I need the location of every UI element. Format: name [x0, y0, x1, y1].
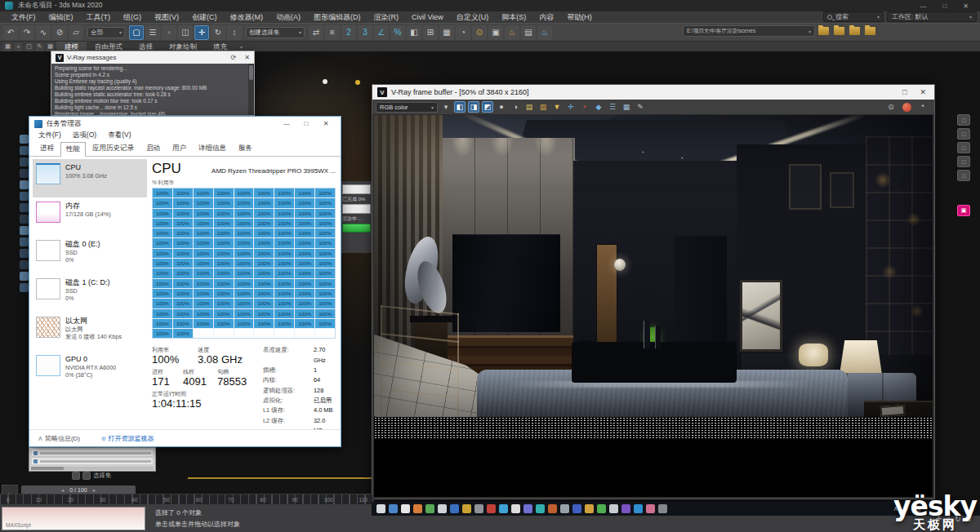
toolbar-icon[interactable]: ∿ [36, 25, 51, 40]
folder-icon[interactable] [849, 27, 860, 35]
vfb-tool-icon[interactable]: ▼ [551, 101, 563, 113]
scene-explorer-tool-icon[interactable] [20, 180, 29, 189]
vfb-tool-icon[interactable]: ▤ [523, 101, 535, 113]
scene-explorer-tool-icon[interactable] [20, 146, 29, 155]
toolbar-icon[interactable]: ☰ [145, 25, 160, 40]
vfb-tool-icon[interactable]: ☰ [607, 101, 618, 113]
menu-item[interactable]: 创建(C) [185, 11, 224, 23]
taskbar-app-icon[interactable] [560, 504, 569, 513]
scene-explorer-tool-icon[interactable] [20, 260, 29, 269]
scene-explorer-tool-icon[interactable] [20, 203, 29, 212]
vfb-tool-icon[interactable]: ⊙ [885, 101, 897, 113]
folder-icon[interactable] [818, 27, 829, 35]
scene-explorer-tool-icon[interactable] [20, 192, 29, 201]
menu-item[interactable]: 编辑(E) [42, 11, 80, 23]
toolbar-icon[interactable]: ↶ [3, 25, 18, 40]
taskbar-app-icon[interactable] [548, 504, 557, 513]
toolbar-icon[interactable]: ⇄ [309, 25, 323, 40]
max-window-control[interactable]: □ [942, 2, 947, 10]
maxscript-mini-listener[interactable]: MAXScript [2, 507, 145, 530]
channel-dropdown[interactable]: RGB color▾ [376, 102, 438, 113]
vfb-tool-icon[interactable]: ✎ [635, 101, 646, 113]
taskbar-app-icon[interactable] [634, 504, 643, 513]
taskbar-app-icon[interactable] [511, 504, 520, 513]
toolbar-icon[interactable]: ↷ [20, 25, 34, 40]
taskbar-app-icon[interactable] [462, 504, 471, 513]
toolbar-icon[interactable]: ◧ [407, 25, 421, 40]
toolbar-dropdown[interactable]: 创建选择集▾ [246, 27, 305, 38]
taskbar-app-icon[interactable] [438, 504, 447, 513]
window-control[interactable]: ⟳ [231, 54, 237, 61]
ribbon-icon[interactable]: ▢ [24, 42, 33, 51]
toolbar-icon[interactable]: % [390, 25, 405, 40]
project-path-dropdown[interactable]: E:\项目文件\客厅渲染\scenes▾ [683, 25, 815, 37]
menu-item[interactable]: 文件(F) [33, 131, 67, 142]
right-tool-button[interactable]: □ [957, 170, 970, 181]
menu-item[interactable]: 视图(V) [148, 11, 185, 23]
toolbar-icon[interactable]: ∠ [374, 25, 389, 40]
lock-icon[interactable] [72, 472, 80, 480]
scene-explorer-tool-icon[interactable] [20, 157, 29, 166]
taskbar-app-icon[interactable] [401, 504, 410, 513]
window-control[interactable]: □ [902, 88, 906, 96]
vray-messages-titlebar[interactable]: V V-Ray messages ⟳✕ [51, 51, 254, 64]
menu-item[interactable]: 渲染(R) [368, 11, 406, 23]
scene-explorer-tool-icon[interactable] [20, 135, 29, 144]
tab-用户[interactable]: 用户 [167, 141, 192, 156]
taskbar-app-icon[interactable] [487, 504, 496, 513]
ribbon-icon[interactable]: ✎ [35, 42, 44, 51]
tab-进程[interactable]: 进程 [34, 141, 60, 156]
magenta-tool-button[interactable]: ▣ [957, 205, 970, 216]
window-control[interactable]: ✕ [244, 54, 250, 61]
taskbar-app-icon[interactable] [658, 504, 667, 513]
toolbar-icon[interactable]: 2 [341, 25, 356, 40]
menu-item[interactable]: 动画(A) [270, 11, 307, 23]
max-window-control[interactable]: — [920, 2, 926, 10]
toolbar-icon[interactable]: ↕ [227, 25, 242, 40]
perf-sidebar-item[interactable]: 内存17/128 GB (14%) [33, 197, 147, 236]
toolbar-icon[interactable]: ♨ [505, 25, 519, 40]
toolbar-icon[interactable]: ▦ [439, 25, 454, 40]
taskbar-app-icon[interactable] [609, 504, 618, 513]
toolbar-icon[interactable]: ⊞ [423, 25, 438, 40]
window-control[interactable]: ✕ [316, 120, 336, 127]
scene-explorer-fragment[interactable] [29, 447, 156, 472]
scene-explorer-row[interactable] [32, 458, 153, 464]
taskbar-app-icon[interactable] [499, 504, 508, 513]
vfb-tool-icon[interactable]: ◨ [468, 101, 479, 113]
tab-详细信息[interactable]: 详细信息 [193, 141, 232, 156]
toolbar-icon[interactable]: ◔ [456, 25, 470, 40]
menu-item[interactable]: 选项(O) [67, 131, 102, 142]
taskbar-app-icon[interactable] [597, 504, 606, 513]
right-tool-button[interactable]: □ [957, 156, 970, 167]
toolbar-icon[interactable]: ▣ [488, 25, 503, 40]
folder-icon[interactable] [865, 27, 875, 35]
perf-sidebar-item[interactable]: 磁盘 0 (E:)SSD0% [33, 236, 147, 274]
vfb-tool-icon[interactable]: ◧ [454, 101, 466, 113]
perf-sidebar-item[interactable]: GPU 0NVIDIA RTX A60000% (38°C) [33, 351, 147, 389]
arrow-right-icon[interactable]: ► [92, 488, 96, 493]
tab-性能[interactable]: 性能 [60, 142, 86, 157]
vfb-tool-icon[interactable]: ◑ [510, 101, 521, 113]
vfb-tool-icon[interactable]: ▦ [621, 101, 632, 113]
toolbar-icon[interactable]: ▤ [521, 25, 536, 40]
open-resource-monitor-link[interactable]: ⊙ 打开资源监视器 [101, 434, 154, 443]
scene-explorer-tool-icon[interactable] [20, 226, 29, 235]
vfb-tool-icon[interactable]: * [917, 101, 929, 113]
toolbar-icon[interactable]: ↻ [211, 25, 225, 40]
toolbar-icon[interactable]: ≡ [325, 25, 340, 40]
taskbar-app-icon[interactable] [536, 504, 545, 513]
vfb-tool-icon[interactable]: ◩ [482, 101, 493, 113]
tab-应用历史记录[interactable]: 应用历史记录 [87, 141, 140, 156]
vfb-tool-icon[interactable]: ▾ [440, 101, 452, 113]
taskbar-app-icon[interactable] [621, 504, 630, 513]
scene-explorer-tool-icon[interactable] [20, 237, 29, 246]
window-control[interactable]: ✕ [920, 88, 926, 96]
toolbar-icon[interactable]: 3 [358, 25, 372, 40]
menu-item[interactable]: 组(G) [117, 11, 148, 23]
vfb-titlebar[interactable]: V V-Ray frame buffer - [50% of 3840 x 21… [372, 85, 934, 100]
menu-item[interactable]: 帮助(H) [560, 11, 599, 23]
taskbar-app-icon[interactable] [646, 504, 655, 513]
toolbar-icon[interactable]: ▢ [129, 25, 144, 40]
menu-item[interactable]: 修改器(M) [224, 11, 270, 23]
